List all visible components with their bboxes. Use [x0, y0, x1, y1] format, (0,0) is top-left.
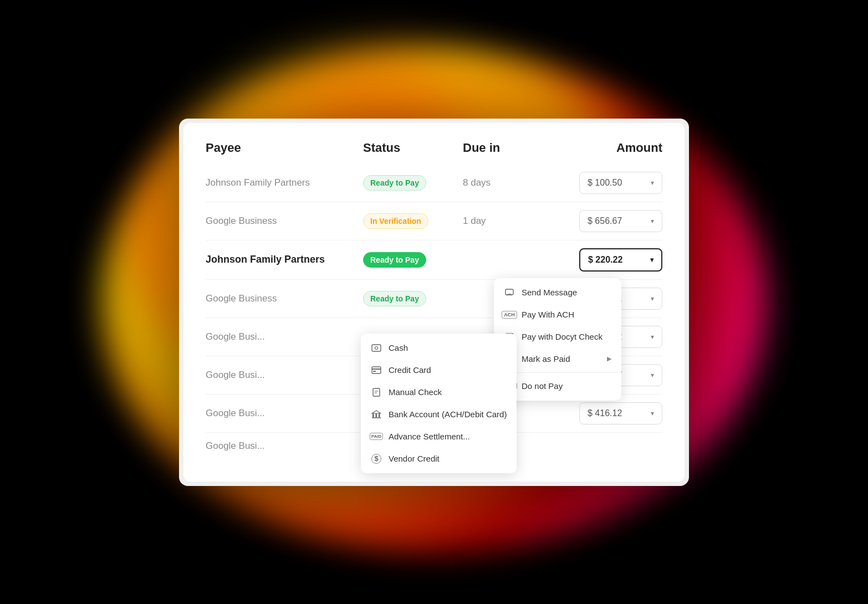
amount-value: $ 656.67 — [588, 216, 622, 226]
header-status: Status — [363, 141, 463, 155]
status-cell: In Verification — [363, 213, 463, 229]
svg-rect-6 — [372, 367, 381, 373]
amount-button-active[interactable]: $ 220.22 ▾ — [579, 248, 662, 272]
status-badge: Ready to Pay — [363, 291, 426, 306]
amount-button[interactable]: $ 416.12 ▾ — [579, 402, 662, 424]
header-amount: Amount — [552, 141, 662, 155]
menu-item-label: Advance Settlement... — [389, 432, 470, 441]
svg-rect-13 — [372, 413, 374, 417]
chevron-down-icon: ▾ — [651, 179, 654, 187]
cash-icon — [371, 342, 382, 354]
menu-item-bank-account[interactable]: Bank Account (ACH/Debit Card) — [361, 403, 517, 426]
status-cell: Ready to Pay — [363, 175, 463, 191]
amount-cell: $ 656.67 ▾ — [552, 210, 662, 232]
svg-rect-8 — [373, 371, 376, 372]
table-row: Google Business In Verification 1 day $ … — [206, 202, 662, 240]
menu-item-label: Send Message — [522, 288, 577, 297]
status-cell: Ready to Pay — [363, 252, 463, 268]
menu-item-label: Cash — [389, 343, 408, 352]
table-header: Payee Status Due in Amount — [206, 141, 662, 164]
status-cell: Ready to Pay — [363, 291, 463, 306]
amount-cell: $ 100.50 ▾ — [552, 172, 662, 194]
amount-cell: $ 220.22 ▾ — [552, 248, 662, 272]
menu-item-manual-check[interactable]: Manual Check — [361, 381, 517, 403]
due-in: 8 days — [463, 177, 552, 188]
amount-value: $ 416.12 — [588, 408, 622, 418]
menu-item-label: Pay With ACH — [522, 310, 574, 319]
chevron-down-icon: ▾ — [651, 333, 654, 341]
context-menu-left: Cash Credit Card — [361, 334, 517, 473]
window: Payee Status Due in Amount Johnson Famil… — [179, 119, 689, 486]
bank-icon — [371, 409, 382, 420]
menu-item-send-message[interactable]: Send Message — [494, 281, 621, 304]
menu-item-vendor-credit[interactable]: $ Vendor Credit — [361, 448, 517, 470]
menu-item-advance-settlement[interactable]: PAID Advance Settlement... — [361, 426, 517, 448]
svg-point-5 — [375, 346, 378, 349]
manual-check-icon — [371, 387, 382, 398]
svg-rect-9 — [373, 388, 380, 396]
menu-item-label: Mark as Paid — [522, 354, 570, 364]
svg-marker-12 — [372, 411, 381, 413]
svg-rect-14 — [376, 413, 377, 417]
menu-item-label: Vendor Credit — [389, 454, 440, 463]
status-badge: Ready to Pay — [363, 175, 426, 191]
svg-rect-4 — [372, 345, 381, 351]
payee-name: Google Busi... — [206, 370, 363, 381]
payee-name: Google Business — [206, 216, 363, 227]
chevron-down-icon: ▾ — [651, 295, 654, 303]
menu-item-credit-card[interactable]: Credit Card — [361, 359, 517, 381]
menu-item-label: Do not Pay — [522, 381, 563, 391]
menu-item-label: Pay with Docyt Check — [522, 332, 603, 341]
amount-cell: $ 416.12 ▾ — [552, 402, 662, 424]
menu-item-label: Bank Account (ACH/Debit Card) — [389, 410, 507, 419]
chevron-down-icon: ▾ — [651, 371, 654, 379]
arrow-right-icon: ▶ — [607, 355, 611, 362]
chevron-down-icon: ▾ — [651, 217, 654, 225]
menu-item-label: Credit Card — [389, 365, 431, 375]
chevron-down-icon: ▾ — [650, 256, 653, 264]
status-badge: In Verification — [363, 213, 428, 229]
payee-name: Johnson Family Partners — [206, 254, 363, 265]
due-in: 1 day — [463, 216, 552, 227]
table-row-active: Johnson Family Partners Ready to Pay $ 2… — [206, 240, 662, 280]
window-container: Payee Status Due in Amount Johnson Famil… — [179, 119, 689, 486]
payee-name: Johnson Family Partners — [206, 177, 363, 188]
amount-button[interactable]: $ 100.50 ▾ — [579, 172, 662, 194]
amount-value: $ 100.50 — [588, 178, 622, 188]
payee-name: Google Busi... — [206, 331, 363, 342]
header-due-in: Due in — [463, 141, 552, 155]
status-badge: Ready to Pay — [363, 252, 426, 268]
window-inner: Payee Status Due in Amount Johnson Famil… — [183, 123, 685, 482]
table-row: Johnson Family Partners Ready to Pay 8 d… — [206, 164, 662, 202]
payee-name: Google Business — [206, 293, 363, 304]
advance-settlement-icon: PAID — [371, 431, 382, 442]
menu-item-label: Manual Check — [389, 387, 442, 397]
menu-item-pay-with-ach[interactable]: ACH Pay With ACH — [494, 304, 621, 326]
payee-name: Google Busi... — [206, 441, 363, 452]
vendor-credit-icon: $ — [371, 453, 382, 464]
amount-value: $ 220.22 — [588, 255, 622, 265]
message-icon — [504, 287, 515, 298]
chevron-down-icon: ▾ — [651, 410, 654, 417]
header-payee: Payee — [206, 141, 363, 155]
credit-card-icon — [371, 365, 382, 376]
amount-button[interactable]: $ 656.67 ▾ — [579, 210, 662, 232]
payee-name: Google Busi... — [206, 408, 363, 419]
menu-item-cash[interactable]: Cash — [361, 337, 517, 359]
svg-rect-15 — [379, 413, 380, 417]
ach-icon: ACH — [504, 309, 515, 320]
